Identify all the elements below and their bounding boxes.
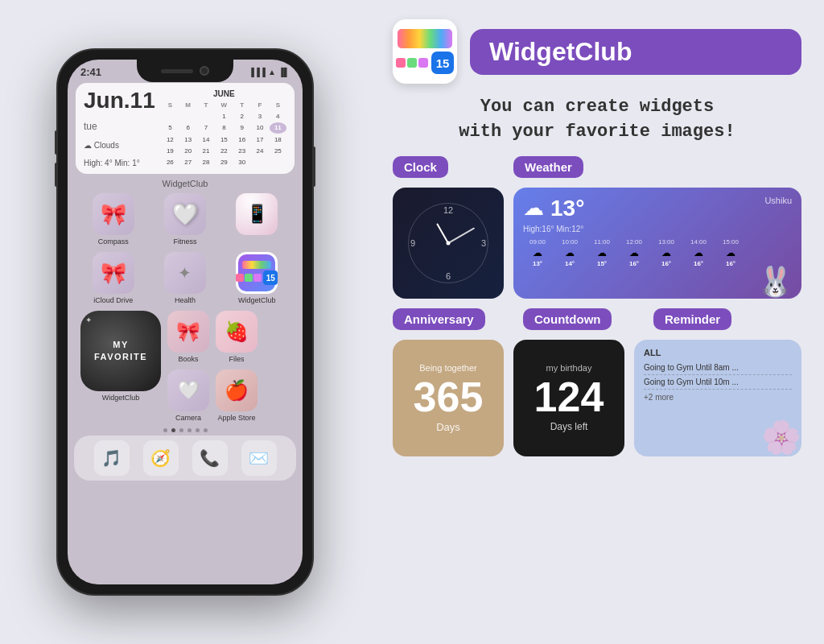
page-dot-2	[171, 428, 175, 432]
app-compass[interactable]: 🎀 Compass	[80, 193, 146, 246]
widgetclub-small-icon: 15	[236, 252, 278, 294]
app-widgetclub-grid-label: WidgetClub	[238, 296, 276, 304]
power-button	[312, 147, 315, 187]
cal-day-19: 19	[162, 146, 179, 156]
weather-col-1: 09:00 ☁ 13°	[523, 238, 552, 267]
compass-icon: 🎀	[93, 193, 134, 235]
app-fitness-label: Fitness	[173, 237, 196, 246]
cal-header-f: F	[251, 100, 268, 110]
app-widgetclub-grid[interactable]: 15 WidgetClub	[225, 252, 290, 304]
weather-col-2: 10:00 ☁ 14°	[555, 238, 584, 267]
page-dot-4	[187, 428, 192, 432]
cal-day-empty3	[197, 111, 214, 122]
countdown-subtitle: my birthday	[546, 363, 592, 373]
dock-compass[interactable]: 🧭	[143, 440, 179, 476]
app-camera[interactable]: 🤍 Camera	[167, 369, 209, 422]
calendar-temp: High: 4° Min: 1°	[84, 159, 155, 167]
anniversary-widget-preview: Being together 365 Days	[393, 340, 504, 456]
cal-day-29: 29	[216, 157, 233, 167]
cal-day-4: 4	[270, 111, 286, 122]
dock-music[interactable]: 🎵	[94, 440, 130, 476]
cal-day-16: 16	[233, 134, 250, 145]
app-phone-pink[interactable]: 📱	[225, 193, 290, 246]
reminder-label-container: Reminder	[653, 308, 801, 330]
app-camera-label: Camera	[175, 414, 201, 422]
app-health[interactable]: ✦ Health	[152, 252, 217, 304]
app-apple-store[interactable]: 🍎 Apple Store	[216, 369, 258, 422]
app-grid-row1: 🎀 Compass 🤍 Fitness 📱	[68, 193, 303, 246]
app-icloud-label: iCloud Drive	[93, 296, 133, 304]
flowers-decoration: 🌸	[761, 419, 801, 456]
health-icon: ✦	[164, 252, 206, 294]
volume-down-button	[55, 163, 58, 187]
weather-main-info: ☁ 13°	[523, 196, 792, 221]
wt-temp-1: 13°	[533, 260, 542, 267]
cal-day-18: 18	[270, 134, 286, 145]
icloud-icon: 🎀	[93, 252, 134, 294]
clock-num-6: 6	[446, 271, 451, 281]
bunny-decoration: 🐰	[757, 265, 793, 299]
app-books[interactable]: 🎀 Books	[167, 311, 209, 363]
calendar-date: Jun.11	[84, 89, 155, 112]
front-camera	[200, 66, 209, 76]
clock-minute-hand	[448, 227, 476, 243]
calendar-right: JUNE S M T W T F S 1 2 3	[162, 89, 286, 167]
cal-day-empty4	[251, 157, 268, 167]
cal-day-empty1	[162, 111, 179, 122]
cal-day-27: 27	[179, 157, 196, 167]
wt-time-2: 10:00	[562, 238, 578, 246]
wt-icon-1: ☁	[533, 247, 542, 258]
cal-day-5: 5	[162, 122, 179, 133]
countdown-widget-preview: my birthday 124 Days left	[513, 340, 624, 456]
books-icon: 🎀	[167, 311, 209, 353]
wt-icon-3: ☁	[597, 247, 607, 258]
battery-icon: ▐▌	[278, 68, 290, 76]
app-grid-row2: 🎀 iCloud Drive ✦ Health	[68, 252, 303, 304]
anniversary-badge: Anniversary	[393, 308, 485, 330]
widget-row-previews-2: Being together 365 Days my birthday 124 …	[393, 340, 801, 456]
right-panel: 15 WidgetClub You can create widgets wit…	[370, 0, 824, 644]
cal-day-11-today: 11	[270, 122, 286, 133]
dock-mail[interactable]: ✉️	[241, 440, 277, 476]
dot-red	[396, 58, 406, 68]
wt-temp-4: 16°	[629, 260, 639, 267]
cal-header-w: W	[216, 100, 233, 110]
cal-day-empty2	[179, 111, 196, 122]
app-fitness[interactable]: 🤍 Fitness	[152, 193, 217, 246]
dock-phone[interactable]: 📞	[192, 440, 228, 476]
cal-day-22: 22	[216, 146, 233, 156]
apps-right-cluster: 🎀 Books 🍓 Files 🤍 Camera	[167, 311, 258, 422]
signal-icon: ▐▐▐	[249, 68, 266, 76]
weather-label-container: Weather	[513, 156, 801, 178]
cal-header-m: M	[179, 100, 196, 110]
page-dot-3	[179, 428, 183, 432]
weather-col-4: 12:00 ☁ 16°	[620, 238, 649, 267]
cal-day-8: 8	[216, 122, 233, 133]
cal-day-26: 26	[162, 157, 179, 167]
app-icon-bottom: 15	[396, 52, 454, 74]
app-icloud[interactable]: 🎀 iCloud Drive	[80, 252, 146, 304]
cal-day-6: 6	[179, 122, 196, 133]
app-favorite-widget[interactable]: ✦ MYFAVORITE WidgetClub	[80, 311, 161, 422]
tagline-line2: with your favorite images!	[393, 120, 801, 145]
calendar-widget: Jun.11 tue ☁ Clouds High: 4° Min: 1° JUN…	[76, 83, 295, 174]
cal-day-15: 15	[216, 134, 233, 145]
favorite-widget-icon: ✦ MYFAVORITE	[80, 311, 161, 391]
calendar-widget-label: WidgetClub	[68, 179, 303, 188]
countdown-label-container: Countdown	[523, 308, 634, 330]
cal-day-30: 30	[233, 157, 250, 167]
clock-face: 12 3 6 9	[408, 203, 488, 283]
phone-mockup-container: 2:41 ▐▐▐ ▲ ▐▌ Jun.11 tue ☁ Clouds High: …	[0, 0, 370, 644]
page-dot-5	[196, 428, 200, 432]
app-books-label: Books	[178, 355, 198, 363]
app-files[interactable]: 🍓 Files	[216, 311, 258, 363]
wt-time-3: 11:00	[594, 238, 610, 246]
page-dot-6	[204, 428, 208, 432]
cal-day-2: 2	[233, 111, 250, 122]
reminder-more: +2 more	[644, 393, 792, 402]
status-time: 2:41	[80, 66, 101, 78]
wt-icon-4: ☁	[629, 247, 639, 258]
weather-col-3: 11:00 ☁ 15°	[587, 238, 616, 267]
cal-day-7: 7	[197, 122, 214, 133]
weather-widget-preview: Ushiku ☁ 13° High:16° Min:12° 09:00 ☁ 13…	[513, 188, 801, 299]
